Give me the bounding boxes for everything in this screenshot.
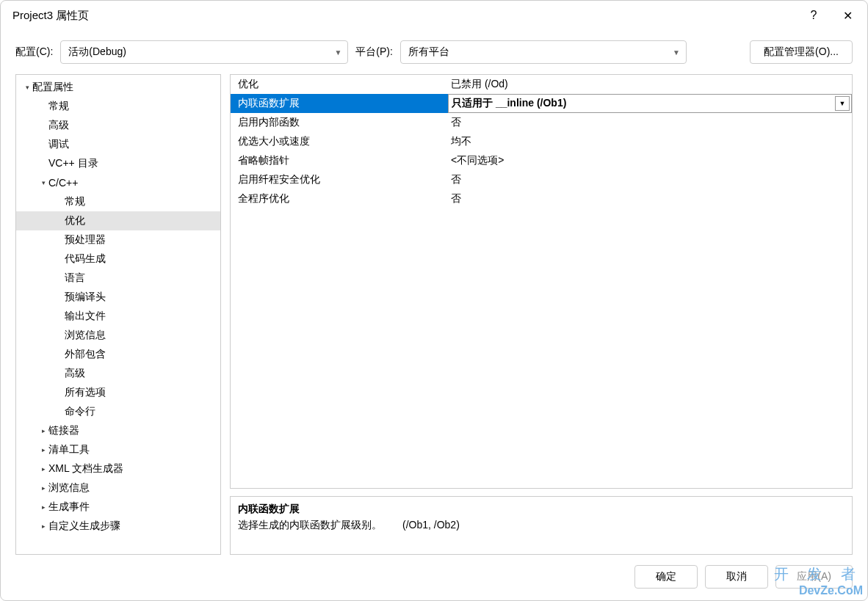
description-body: 选择生成的内联函数扩展级别。 (/Ob1, /Ob2) (238, 519, 845, 532)
tree-item-label: 高级 (48, 119, 69, 132)
chevron-down-icon: ▼ (673, 48, 680, 57)
tree-item[interactable]: ▸高级 (16, 116, 220, 135)
tree-item-label: VC++ 目录 (48, 157, 98, 170)
dropdown-button[interactable]: ▼ (835, 96, 850, 111)
caret-right-icon: ▸ (38, 503, 48, 511)
platform-label: 平台(P): (355, 45, 393, 59)
property-value[interactable]: <不同选项> (448, 151, 852, 170)
caret-right-icon: ▸ (38, 484, 48, 492)
dialog-footer: 确定 取消 应用(A) 开 发 者 DevZe.CoM (1, 558, 867, 600)
tree-item-label: 浏览信息 (48, 481, 90, 495)
tree-item[interactable]: ▸命令行 (16, 402, 220, 421)
property-name: 内联函数扩展 (231, 94, 448, 113)
tree-item[interactable]: ▸调试 (16, 135, 220, 154)
tree-item-label: 生成事件 (48, 500, 90, 514)
cancel-button[interactable]: 取消 (705, 565, 768, 589)
right-pane: 优化已禁用 (/Od)内联函数扩展只适用于 __inline (/Ob1)▼启用… (230, 74, 853, 555)
property-row[interactable]: 启用内部函数否 (231, 113, 852, 132)
platform-dropdown[interactable]: 所有平台 ▼ (400, 40, 687, 64)
platform-value: 所有平台 (408, 45, 449, 59)
caret-down-icon: ▾ (38, 179, 48, 186)
tree-item[interactable]: ▸输出文件 (16, 307, 220, 326)
tree-item[interactable]: ▾配置属性 (16, 78, 220, 97)
tree-item[interactable]: ▸浏览信息 (16, 326, 220, 345)
tree-item-label: 优化 (65, 214, 85, 227)
property-row[interactable]: 优化已禁用 (/Od) (231, 75, 852, 94)
caret-down-icon: ▾ (22, 84, 32, 91)
tree-item-label: 所有选项 (65, 386, 106, 399)
property-value[interactable]: 均不 (448, 132, 852, 151)
property-name: 优选大小或速度 (231, 132, 448, 151)
tree-item[interactable]: ▸链接器 (16, 421, 220, 440)
property-name: 启用纤程安全优化 (231, 170, 448, 189)
property-name: 优化 (231, 75, 448, 94)
tree-item[interactable]: ▸高级 (16, 364, 220, 383)
tree-item[interactable]: ▸所有选项 (16, 383, 220, 402)
tree-item-label: 浏览信息 (65, 329, 106, 342)
configuration-manager-button[interactable]: 配置管理器(O)... (750, 40, 853, 64)
tree-item[interactable]: ▸自定义生成步骤 (16, 517, 220, 536)
property-pages-dialog: Project3 属性页 ? ✕ 配置(C): 活动(Debug) ▼ 平台(P… (0, 0, 868, 601)
tree-item-label: 预处理器 (65, 233, 106, 247)
tree-item-label: 代码生成 (65, 252, 106, 266)
body: ▾配置属性▸常规▸高级▸调试▸VC++ 目录▾C/C++▸常规▸优化▸预处理器▸… (1, 74, 867, 558)
tree-item-label: 高级 (65, 367, 85, 380)
tree-item-label: C/C++ (48, 177, 78, 189)
config-value: 活动(Debug) (68, 45, 126, 59)
property-value[interactable]: 否 (448, 189, 852, 208)
tree-item-label: 命令行 (65, 405, 95, 418)
help-icon[interactable]: ? (797, 1, 831, 30)
tree-item-label: 外部包含 (65, 348, 106, 361)
tree-item-label: 语言 (65, 272, 85, 285)
description-title: 内联函数扩展 (238, 503, 845, 516)
tree-item[interactable]: ▸语言 (16, 269, 220, 288)
caret-right-icon: ▸ (38, 427, 48, 434)
property-grid[interactable]: 优化已禁用 (/Od)内联函数扩展只适用于 __inline (/Ob1)▼启用… (230, 74, 853, 489)
close-icon[interactable]: ✕ (831, 1, 864, 30)
tree-item[interactable]: ▸常规 (16, 192, 220, 211)
tree-item[interactable]: ▸预处理器 (16, 230, 220, 249)
category-tree[interactable]: ▾配置属性▸常规▸高级▸调试▸VC++ 目录▾C/C++▸常规▸优化▸预处理器▸… (15, 74, 221, 555)
config-row: 配置(C): 活动(Debug) ▼ 平台(P): 所有平台 ▼ 配置管理器(O… (1, 30, 867, 74)
config-dropdown[interactable]: 活动(Debug) ▼ (60, 40, 348, 64)
tree-item-label: 配置属性 (32, 81, 73, 94)
property-value[interactable]: 只适用于 __inline (/Ob1)▼ (448, 94, 852, 113)
property-row[interactable]: 内联函数扩展只适用于 __inline (/Ob1)▼ (231, 94, 852, 113)
property-value[interactable]: 否 (448, 170, 852, 189)
tree-item-label: 常规 (65, 195, 85, 208)
apply-button[interactable]: 应用(A) (775, 565, 853, 589)
chevron-down-icon: ▼ (334, 48, 341, 57)
tree-item[interactable]: ▸VC++ 目录 (16, 154, 220, 173)
titlebar: Project3 属性页 ? ✕ (1, 1, 867, 30)
tree-item[interactable]: ▸外部包含 (16, 345, 220, 364)
caret-right-icon: ▸ (38, 465, 48, 473)
tree-item-label: 输出文件 (65, 310, 106, 323)
tree-item[interactable]: ▸浏览信息 (16, 478, 220, 498)
property-name: 省略帧指针 (231, 151, 448, 170)
tree-item[interactable]: ▸代码生成 (16, 249, 220, 269)
window-title: Project3 属性页 (12, 9, 797, 23)
property-row[interactable]: 优选大小或速度均不 (231, 132, 852, 151)
tree-item-label: 自定义生成步骤 (48, 520, 120, 533)
ok-button[interactable]: 确定 (634, 565, 698, 589)
tree-item[interactable]: ▸XML 文档生成器 (16, 459, 220, 478)
description-panel: 内联函数扩展 选择生成的内联函数扩展级别。 (/Ob1, /Ob2) (230, 496, 853, 555)
tree-item[interactable]: ▸预编译头 (16, 288, 220, 307)
tree-item[interactable]: ▾C/C++ (16, 173, 220, 192)
tree-item-label: 清单工具 (48, 443, 90, 456)
property-row[interactable]: 启用纤程安全优化否 (231, 170, 852, 189)
tree-item[interactable]: ▸清单工具 (16, 440, 220, 459)
property-value[interactable]: 已禁用 (/Od) (448, 75, 852, 94)
tree-item[interactable]: ▸常规 (16, 97, 220, 116)
tree-item-label: 常规 (48, 100, 69, 113)
property-name: 启用内部函数 (231, 113, 448, 132)
property-row[interactable]: 全程序优化否 (231, 189, 852, 208)
caret-right-icon: ▸ (38, 446, 48, 454)
tree-item[interactable]: ▸优化 (16, 211, 220, 230)
tree-item-label: 链接器 (48, 424, 79, 437)
tree-item[interactable]: ▸生成事件 (16, 498, 220, 517)
config-label: 配置(C): (15, 45, 53, 59)
property-row[interactable]: 省略帧指针<不同选项> (231, 151, 852, 170)
tree-item-label: 调试 (48, 138, 69, 151)
property-value[interactable]: 否 (448, 113, 852, 132)
